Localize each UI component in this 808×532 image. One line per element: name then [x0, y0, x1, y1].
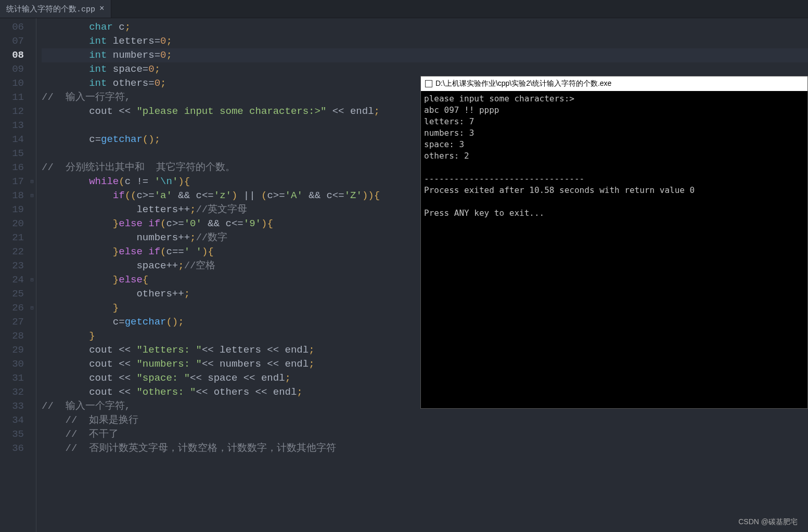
tab-bar: 统计输入字符的个数.cpp ×: [0, 0, 808, 18]
code-line[interactable]: // 不干了: [42, 427, 808, 442]
line-number: 15: [2, 147, 24, 161]
code-line[interactable]: char c;: [42, 20, 808, 34]
fold-spacer: [28, 399, 36, 413]
line-number: 07: [2, 34, 24, 48]
line-number: 26: [2, 301, 24, 315]
fold-spacer: [28, 329, 36, 343]
fold-toggle-icon[interactable]: ⊟: [28, 175, 36, 189]
fold-spacer: [28, 119, 36, 133]
console-title: D:\上机课实验作业\cpp\实验2\统计输入字符的个数.exe: [435, 79, 611, 88]
line-number: 18: [2, 189, 24, 203]
line-number: 17: [2, 175, 24, 189]
fold-spacer: [28, 76, 36, 90]
fold-spacer: [28, 105, 36, 119]
console-output[interactable]: please input some characters:> abc 097 !…: [421, 91, 807, 408]
fold-toggle-icon[interactable]: ⊟: [28, 273, 36, 287]
fold-spacer: [28, 442, 36, 456]
fold-spacer: [28, 413, 36, 427]
fold-spacer: [28, 20, 36, 34]
fold-toggle-icon[interactable]: ⊟: [28, 301, 36, 315]
line-number: 25: [2, 287, 24, 301]
line-number: 23: [2, 259, 24, 273]
line-number: 19: [2, 203, 24, 217]
fold-spacer: [28, 343, 36, 357]
close-icon[interactable]: ×: [99, 5, 105, 13]
fold-spacer: [28, 90, 36, 105]
line-number: 28: [2, 329, 24, 343]
code-line[interactable]: int numbers=0;: [42, 48, 808, 62]
fold-spacer: [28, 147, 36, 161]
line-number: 12: [2, 105, 24, 119]
line-number: 31: [2, 371, 24, 385]
code-line[interactable]: // 如果是换行: [42, 413, 808, 427]
line-number: 22: [2, 245, 24, 259]
fold-spacer: [28, 203, 36, 217]
fold-spacer: [28, 427, 36, 442]
line-number: 21: [2, 231, 24, 245]
fold-spacer: [28, 287, 36, 301]
file-tab[interactable]: 统计输入字符的个数.cpp ×: [0, 0, 111, 18]
code-line[interactable]: int letters=0;: [42, 34, 808, 48]
line-number: 30: [2, 357, 24, 371]
line-number: 10: [2, 76, 24, 90]
fold-spacer: [28, 161, 36, 175]
line-number: 13: [2, 119, 24, 133]
line-number: 09: [2, 62, 24, 76]
line-number-gutter: 0607080910111213141516171819202122232425…: [0, 18, 28, 532]
console-titlebar[interactable]: D:\上机课实验作业\cpp\实验2\统计输入字符的个数.exe: [421, 76, 807, 91]
line-number: 36: [2, 442, 24, 456]
line-number: 06: [2, 20, 24, 34]
console-icon: [425, 80, 432, 87]
fold-spacer: [28, 371, 36, 385]
console-window[interactable]: D:\上机课实验作业\cpp\实验2\统计输入字符的个数.exe please …: [420, 76, 808, 409]
watermark: CSDN @碳基肥宅: [738, 517, 798, 527]
fold-spacer: [28, 48, 36, 62]
fold-spacer: [28, 34, 36, 48]
line-number: 35: [2, 427, 24, 442]
fold-spacer: [28, 217, 36, 231]
line-number: 32: [2, 385, 24, 399]
code-line[interactable]: // 否则计数英文字母，计数空格，计数数字，计数其他字符: [42, 442, 808, 456]
tab-filename: 统计输入字符的个数.cpp: [6, 4, 95, 14]
line-number: 29: [2, 343, 24, 357]
fold-column: ⊟⊟⊟⊟: [28, 18, 36, 532]
line-number: 34: [2, 413, 24, 427]
line-number: 33: [2, 399, 24, 413]
fold-spacer: [28, 231, 36, 245]
line-number: 24: [2, 273, 24, 287]
line-number: 11: [2, 90, 24, 105]
line-number: 16: [2, 161, 24, 175]
fold-spacer: [28, 259, 36, 273]
line-number: 08: [2, 48, 24, 62]
fold-spacer: [28, 315, 36, 329]
fold-spacer: [28, 133, 36, 147]
fold-spacer: [28, 357, 36, 371]
fold-spacer: [28, 385, 36, 399]
fold-spacer: [28, 245, 36, 259]
fold-toggle-icon[interactable]: ⊟: [28, 189, 36, 203]
line-number: 20: [2, 217, 24, 231]
code-line[interactable]: int space=0;: [42, 62, 808, 76]
line-number: 14: [2, 133, 24, 147]
line-number: 27: [2, 315, 24, 329]
fold-spacer: [28, 62, 36, 76]
